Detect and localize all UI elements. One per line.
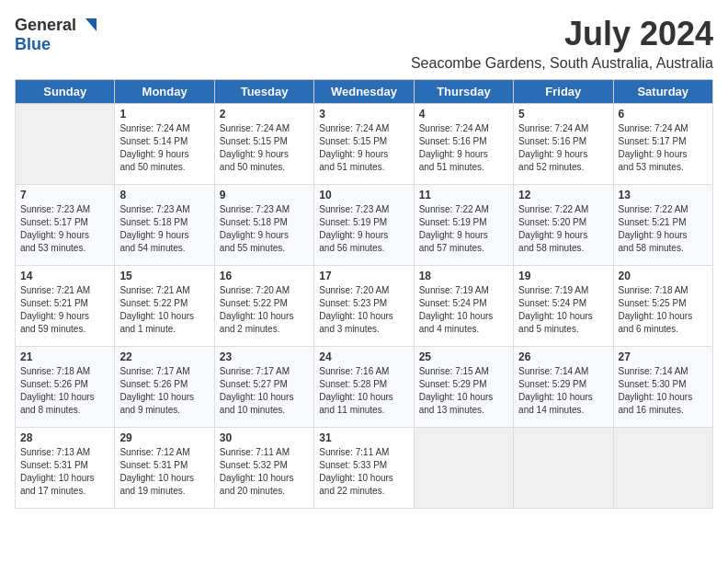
day-number: 6: [619, 108, 708, 121]
table-row: 1Sunrise: 7:24 AM Sunset: 5:14 PM Daylig…: [115, 104, 214, 185]
day-number: 9: [220, 189, 309, 201]
day-info: Sunrise: 7:24 AM Sunset: 5:16 PM Dayligh…: [518, 122, 608, 174]
table-row: 23Sunrise: 7:17 AM Sunset: 5:27 PM Dayli…: [214, 347, 313, 428]
day-number: 5: [518, 108, 608, 121]
table-row: 26Sunrise: 7:14 AM Sunset: 5:29 PM Dayli…: [514, 347, 613, 428]
day-info: Sunrise: 7:22 AM Sunset: 5:21 PM Dayligh…: [619, 203, 708, 255]
table-row: 19Sunrise: 7:19 AM Sunset: 5:24 PM Dayli…: [514, 266, 613, 347]
col-thursday: Thursday: [414, 80, 513, 104]
logo-icon: [78, 15, 98, 35]
col-wednesday: Wednesday: [314, 80, 414, 104]
day-info: Sunrise: 7:22 AM Sunset: 5:20 PM Dayligh…: [518, 203, 608, 255]
day-number: 30: [220, 431, 309, 444]
day-number: 11: [419, 189, 508, 201]
table-row: 4Sunrise: 7:24 AM Sunset: 5:16 PM Daylig…: [414, 104, 513, 185]
table-row: 20Sunrise: 7:18 AM Sunset: 5:25 PM Dayli…: [613, 266, 712, 347]
table-row: 14Sunrise: 7:21 AM Sunset: 5:21 PM Dayli…: [16, 266, 115, 347]
day-number: 13: [619, 189, 708, 201]
day-info: Sunrise: 7:18 AM Sunset: 5:25 PM Dayligh…: [619, 284, 708, 336]
day-number: 19: [518, 270, 608, 282]
title-section: July 2024 Seacombe Gardens, South Austra…: [411, 15, 713, 72]
table-row: 21Sunrise: 7:18 AM Sunset: 5:26 PM Dayli…: [16, 347, 115, 428]
calendar-week-row: 28Sunrise: 7:13 AM Sunset: 5:31 PM Dayli…: [16, 428, 713, 509]
day-number: 14: [20, 270, 109, 282]
day-info: Sunrise: 7:24 AM Sunset: 5:14 PM Dayligh…: [119, 122, 209, 174]
day-number: 18: [419, 270, 508, 282]
table-row: [514, 428, 613, 509]
calendar-header-row: Sunday Monday Tuesday Wednesday Thursday…: [16, 80, 713, 104]
day-info: Sunrise: 7:24 AM Sunset: 5:15 PM Dayligh…: [220, 122, 309, 174]
day-info: Sunrise: 7:22 AM Sunset: 5:19 PM Dayligh…: [419, 203, 508, 255]
table-row: 12Sunrise: 7:22 AM Sunset: 5:20 PM Dayli…: [514, 185, 613, 266]
day-number: 3: [319, 108, 408, 121]
col-monday: Monday: [115, 80, 214, 104]
day-info: Sunrise: 7:24 AM Sunset: 5:17 PM Dayligh…: [619, 122, 708, 174]
col-saturday: Saturday: [613, 80, 712, 104]
day-number: 22: [119, 350, 209, 363]
table-row: 13Sunrise: 7:22 AM Sunset: 5:21 PM Dayli…: [613, 185, 712, 266]
calendar-week-row: 1Sunrise: 7:24 AM Sunset: 5:14 PM Daylig…: [16, 104, 713, 185]
table-row: 29Sunrise: 7:12 AM Sunset: 5:31 PM Dayli…: [115, 428, 214, 509]
table-row: 15Sunrise: 7:21 AM Sunset: 5:22 PM Dayli…: [115, 266, 214, 347]
calendar-week-row: 14Sunrise: 7:21 AM Sunset: 5:21 PM Dayli…: [16, 266, 713, 347]
table-row: [16, 104, 115, 185]
day-info: Sunrise: 7:23 AM Sunset: 5:18 PM Dayligh…: [119, 203, 209, 255]
day-info: Sunrise: 7:24 AM Sunset: 5:15 PM Dayligh…: [319, 122, 408, 174]
table-row: [414, 428, 513, 509]
logo-blue-text: Blue: [15, 35, 51, 54]
day-info: Sunrise: 7:21 AM Sunset: 5:22 PM Dayligh…: [119, 284, 209, 336]
calendar-week-row: 21Sunrise: 7:18 AM Sunset: 5:26 PM Dayli…: [16, 347, 713, 428]
page-header: General Blue July 2024 Seacombe Gardens,…: [15, 15, 713, 72]
month-year-title: July 2024: [411, 15, 713, 53]
day-info: Sunrise: 7:18 AM Sunset: 5:26 PM Dayligh…: [20, 365, 109, 417]
table-row: 16Sunrise: 7:20 AM Sunset: 5:22 PM Dayli…: [214, 266, 313, 347]
table-row: 18Sunrise: 7:19 AM Sunset: 5:24 PM Dayli…: [414, 266, 513, 347]
day-info: Sunrise: 7:21 AM Sunset: 5:21 PM Dayligh…: [20, 284, 109, 336]
table-row: 2Sunrise: 7:24 AM Sunset: 5:15 PM Daylig…: [214, 104, 313, 185]
table-row: 3Sunrise: 7:24 AM Sunset: 5:15 PM Daylig…: [314, 104, 414, 185]
day-info: Sunrise: 7:12 AM Sunset: 5:31 PM Dayligh…: [119, 446, 209, 498]
day-number: 16: [220, 270, 309, 282]
day-number: 17: [319, 270, 408, 282]
day-info: Sunrise: 7:19 AM Sunset: 5:24 PM Dayligh…: [518, 284, 608, 336]
table-row: 6Sunrise: 7:24 AM Sunset: 5:17 PM Daylig…: [613, 104, 712, 185]
svg-marker-0: [85, 18, 97, 31]
day-info: Sunrise: 7:11 AM Sunset: 5:33 PM Dayligh…: [319, 446, 408, 498]
day-info: Sunrise: 7:16 AM Sunset: 5:28 PM Dayligh…: [319, 365, 408, 417]
table-row: 7Sunrise: 7:23 AM Sunset: 5:17 PM Daylig…: [16, 185, 115, 266]
calendar-week-row: 7Sunrise: 7:23 AM Sunset: 5:17 PM Daylig…: [16, 185, 713, 266]
day-info: Sunrise: 7:20 AM Sunset: 5:22 PM Dayligh…: [220, 284, 309, 336]
col-tuesday: Tuesday: [214, 80, 313, 104]
table-row: 11Sunrise: 7:22 AM Sunset: 5:19 PM Dayli…: [414, 185, 513, 266]
table-row: 25Sunrise: 7:15 AM Sunset: 5:29 PM Dayli…: [414, 347, 513, 428]
day-info: Sunrise: 7:13 AM Sunset: 5:31 PM Dayligh…: [20, 446, 109, 498]
day-number: 21: [20, 350, 109, 363]
day-number: 26: [518, 350, 608, 363]
day-number: 24: [319, 350, 408, 363]
day-info: Sunrise: 7:14 AM Sunset: 5:30 PM Dayligh…: [619, 365, 708, 417]
day-number: 4: [419, 108, 508, 121]
table-row: 30Sunrise: 7:11 AM Sunset: 5:32 PM Dayli…: [214, 428, 313, 509]
logo: General Blue: [15, 15, 98, 54]
day-number: 10: [319, 189, 408, 201]
day-info: Sunrise: 7:20 AM Sunset: 5:23 PM Dayligh…: [319, 284, 408, 336]
day-info: Sunrise: 7:23 AM Sunset: 5:17 PM Dayligh…: [20, 203, 109, 255]
day-info: Sunrise: 7:14 AM Sunset: 5:29 PM Dayligh…: [518, 365, 608, 417]
day-number: 23: [220, 350, 309, 363]
day-number: 1: [119, 108, 209, 121]
table-row: 31Sunrise: 7:11 AM Sunset: 5:33 PM Dayli…: [314, 428, 414, 509]
day-info: Sunrise: 7:23 AM Sunset: 5:18 PM Dayligh…: [220, 203, 309, 255]
table-row: 5Sunrise: 7:24 AM Sunset: 5:16 PM Daylig…: [514, 104, 613, 185]
table-row: 28Sunrise: 7:13 AM Sunset: 5:31 PM Dayli…: [16, 428, 115, 509]
day-info: Sunrise: 7:15 AM Sunset: 5:29 PM Dayligh…: [419, 365, 508, 417]
day-number: 8: [119, 189, 209, 201]
table-row: [613, 428, 712, 509]
calendar-table: Sunday Monday Tuesday Wednesday Thursday…: [15, 79, 713, 509]
location-subtitle: Seacombe Gardens, South Australia, Austr…: [411, 55, 713, 72]
day-info: Sunrise: 7:11 AM Sunset: 5:32 PM Dayligh…: [220, 446, 309, 498]
day-number: 15: [119, 270, 209, 282]
table-row: 24Sunrise: 7:16 AM Sunset: 5:28 PM Dayli…: [314, 347, 414, 428]
table-row: 27Sunrise: 7:14 AM Sunset: 5:30 PM Dayli…: [613, 347, 712, 428]
day-number: 20: [619, 270, 708, 282]
day-number: 29: [119, 431, 209, 444]
